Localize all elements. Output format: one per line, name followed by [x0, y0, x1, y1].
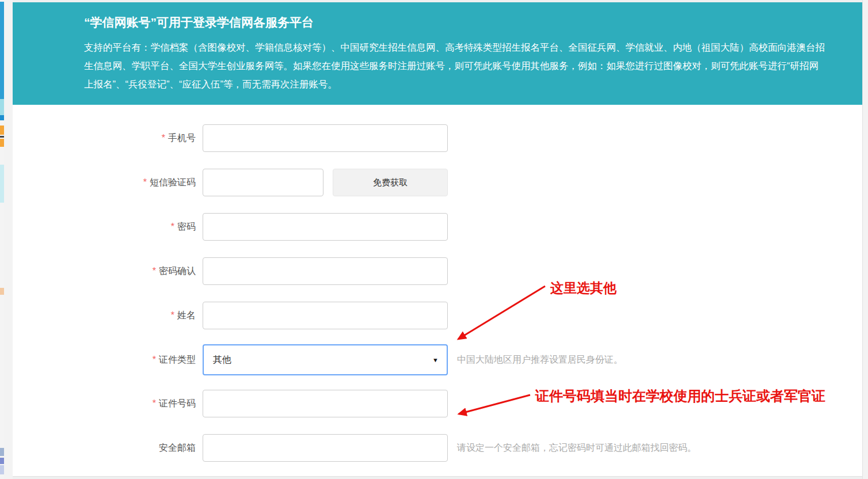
right-gutter — [862, 0, 868, 479]
form-row-password-confirm: * 密码确认 — [13, 257, 862, 285]
form-row-sms-code: * 短信验证码 免费获取 — [13, 169, 862, 196]
id-type-select[interactable]: 其他 ▼ — [203, 344, 448, 375]
sms-code-input[interactable] — [203, 169, 323, 196]
form-row-email: 安全邮箱 请设定一个安全邮箱，忘记密码时可通过此邮箱找回密码。 — [13, 434, 862, 462]
phone-input[interactable] — [203, 124, 448, 152]
email-label: 安全邮箱 — [13, 442, 196, 454]
required-asterisk: * — [171, 310, 174, 321]
phone-label: * 手机号 — [13, 132, 196, 145]
id-number-label: * 证件号码 — [13, 398, 196, 410]
annotation-id-number-note: 证件号码填当时在学校使用的士兵证或者军官证 — [535, 387, 825, 405]
required-asterisk: * — [143, 177, 147, 188]
password-confirm-label: * 密码确认 — [13, 265, 196, 277]
password-input[interactable] — [203, 213, 448, 241]
background-page-sliver — [0, 0, 4, 479]
registration-card: “学信网账号”可用于登录学信网各服务平台 支持的平台有：学信档案（含图像校对、学… — [13, 2, 862, 477]
required-asterisk: * — [171, 222, 174, 232]
name-input[interactable] — [203, 302, 448, 329]
password-label: * 密码 — [13, 221, 196, 233]
registration-form: * 手机号 * 短信验证码 免费获取 * 密码 * 密 — [13, 105, 862, 462]
get-code-button[interactable]: 免费获取 — [333, 169, 448, 196]
caret-down-icon: ▼ — [432, 357, 439, 363]
required-asterisk: * — [153, 398, 156, 409]
left-gutter — [4, 0, 13, 479]
form-row-id-type: * 证件类型 其他 ▼ 中国大陆地区用户推荐设置居民身份证。 — [13, 344, 862, 375]
annotation-select-other: 这里选其他 — [550, 279, 616, 297]
email-hint: 请设定一个安全邮箱，忘记密码时可通过此邮箱找回密码。 — [457, 442, 696, 454]
required-asterisk: * — [153, 355, 156, 365]
banner-title: “学信网账号”可用于登录学信网各服务平台 — [84, 14, 836, 31]
id-type-label: * 证件类型 — [13, 354, 196, 366]
id-type-selected-value: 其他 — [213, 354, 231, 366]
id-number-input[interactable] — [203, 390, 448, 417]
form-row-phone: * 手机号 — [13, 124, 862, 152]
required-asterisk: * — [162, 133, 165, 143]
banner-description: 支持的平台有：学信档案（含图像校对、学籍信息核对等）、中国研究生招生信息网、高考… — [84, 38, 828, 93]
id-type-hint: 中国大陆地区用户推荐设置居民身份证。 — [457, 354, 623, 366]
sms-code-label: * 短信验证码 — [13, 177, 196, 189]
password-confirm-input[interactable] — [203, 257, 448, 285]
info-banner: “学信网账号”可用于登录学信网各服务平台 支持的平台有：学信档案（含图像校对、学… — [13, 2, 862, 105]
form-row-password: * 密码 — [13, 213, 862, 241]
form-row-name: * 姓名 — [13, 302, 862, 329]
name-label: * 姓名 — [13, 310, 196, 322]
email-input[interactable] — [203, 434, 448, 462]
required-asterisk: * — [153, 266, 156, 276]
